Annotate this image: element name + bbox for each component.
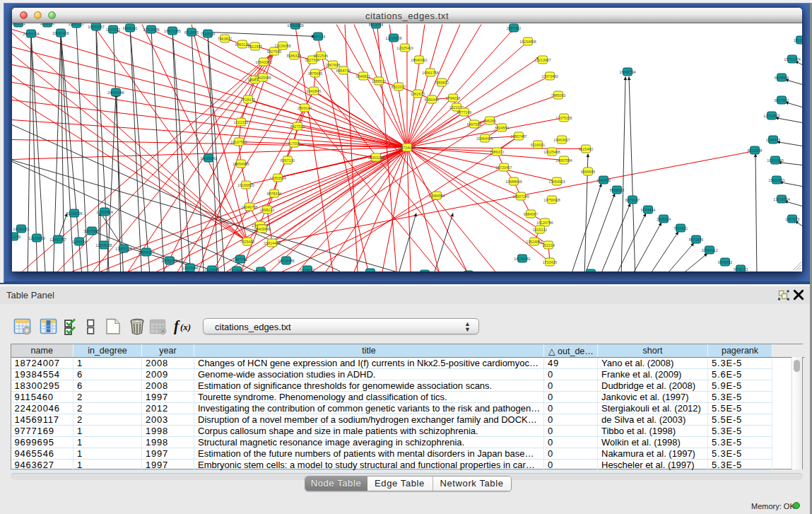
svg-text:16046766: 16046766 (241, 204, 258, 209)
svg-text:10807487: 10807487 (510, 134, 527, 138)
svg-text:1244415: 1244415 (766, 137, 781, 141)
svg-text:16210643: 16210643 (767, 158, 784, 162)
svg-text:1362615: 1362615 (411, 91, 425, 95)
svg-text:2935114: 2935114 (657, 216, 671, 221)
svg-text:2803144: 2803144 (298, 105, 312, 110)
svg-text:19384554: 19384554 (428, 193, 445, 197)
svg-text:12213967: 12213967 (534, 57, 551, 62)
svg-text:10958117: 10958117 (138, 250, 154, 254)
svg-text:9934120: 9934120 (584, 271, 599, 271)
svg-text:746266: 746266 (483, 118, 496, 122)
svg-text:8215958: 8215958 (748, 148, 763, 152)
svg-text:15409949: 15409949 (254, 226, 271, 230)
svg-text:12325419: 12325419 (396, 45, 413, 49)
svg-text:8427512: 8427512 (290, 124, 305, 128)
svg-text:12156859: 12156859 (28, 235, 45, 240)
svg-text:9457791: 9457791 (233, 257, 248, 261)
svg-text:1527602: 1527602 (106, 27, 121, 31)
svg-text:18640910: 18640910 (411, 57, 428, 62)
svg-text:9546821: 9546821 (356, 74, 371, 78)
svg-text:7463822: 7463822 (218, 36, 233, 40)
svg-text:20206526: 20206526 (66, 211, 83, 215)
svg-text:7485063: 7485063 (551, 93, 566, 97)
svg-text:18724007: 18724007 (399, 145, 416, 149)
svg-text:10719185: 10719185 (143, 27, 160, 31)
svg-text:1221333: 1221333 (234, 119, 249, 124)
svg-text:23420046: 23420046 (254, 75, 271, 79)
svg-text:32975887: 32975887 (83, 228, 100, 233)
svg-text:24055724: 24055724 (23, 31, 40, 35)
svg-text:2967608: 2967608 (326, 62, 341, 66)
svg-text:3875685: 3875685 (308, 71, 323, 75)
svg-text:10688639: 10688639 (505, 179, 522, 183)
svg-text:13654923: 13654923 (548, 179, 565, 183)
svg-text:3824554: 3824554 (495, 125, 510, 129)
svg-text:7955812: 7955812 (435, 80, 449, 84)
svg-text:1812345: 1812345 (794, 37, 802, 42)
svg-text:19166825: 19166825 (237, 182, 254, 187)
svg-text:3911239: 3911239 (12, 234, 20, 238)
svg-text:8123001: 8123001 (230, 268, 245, 271)
svg-text:9123446: 9123446 (205, 267, 220, 271)
svg-text:6713855: 6713855 (184, 30, 199, 34)
svg-text:9245013: 9245013 (734, 267, 748, 271)
svg-text:2718176: 2718176 (241, 97, 256, 101)
svg-text:f: f (174, 318, 180, 334)
svg-text:16914479: 16914479 (264, 240, 281, 245)
svg-text:6879197: 6879197 (625, 197, 640, 201)
svg-text:16543362: 16543362 (255, 59, 272, 64)
svg-text:9329966: 9329966 (775, 75, 789, 79)
svg-text:6794028: 6794028 (446, 95, 461, 100)
svg-text:16961758: 16961758 (422, 70, 439, 74)
svg-text:16053809: 16053809 (287, 23, 304, 28)
svg-text:14136141: 14136141 (514, 256, 531, 260)
svg-text:9322546: 9322546 (314, 53, 329, 57)
svg-text:15751074: 15751074 (784, 57, 801, 61)
svg-text:8471676: 8471676 (689, 237, 704, 241)
svg-text:8267130: 8267130 (281, 158, 295, 162)
svg-text:7632621: 7632621 (673, 226, 688, 230)
svg-text:17016504: 17016504 (773, 197, 790, 201)
svg-text:13524851: 13524851 (526, 239, 543, 243)
svg-text:15720407: 15720407 (495, 165, 512, 169)
svg-text:1498222: 1498222 (260, 207, 275, 211)
svg-text:9245652: 9245652 (718, 259, 733, 264)
svg-text:7625402: 7625402 (240, 239, 255, 243)
svg-text:7712345: 7712345 (254, 269, 269, 271)
svg-text:9777169: 9777169 (457, 110, 472, 114)
svg-text:17957225: 17957225 (115, 246, 132, 250)
svg-text:7386372: 7386372 (490, 149, 505, 153)
svg-text:16782759: 16782759 (161, 258, 178, 262)
svg-text:20364436: 20364436 (476, 136, 493, 140)
svg-text:(x): (x) (180, 322, 191, 332)
svg-text:7857274: 7857274 (311, 34, 326, 38)
svg-text:19756928: 19756928 (543, 197, 560, 201)
svg-text:1640930: 1640930 (596, 177, 611, 182)
svg-text:14957584: 14957584 (555, 158, 572, 162)
svg-text:8912955: 8912955 (248, 44, 263, 48)
svg-text:26053346: 26053346 (107, 90, 124, 94)
svg-text:9699695: 9699695 (581, 169, 596, 173)
svg-text:10973493: 10973493 (541, 74, 558, 78)
svg-text:252214: 252214 (542, 243, 555, 247)
svg-text:12218906: 12218906 (385, 35, 402, 40)
svg-text:16107553: 16107553 (230, 139, 247, 144)
svg-text:9242845: 9242845 (307, 88, 322, 93)
svg-text:8990448: 8990448 (425, 97, 440, 101)
svg-text:1145194: 1145194 (72, 239, 86, 243)
svg-text:20691406: 20691406 (52, 30, 69, 35)
svg-text:10653267: 10653267 (88, 24, 105, 28)
svg-text:19463627: 19463627 (553, 137, 570, 141)
svg-text:12923446: 12923446 (182, 265, 199, 269)
svg-text:8186323: 8186323 (287, 53, 302, 57)
svg-text:16671385: 16671385 (164, 28, 181, 33)
svg-text:12505135: 12505135 (95, 243, 112, 247)
svg-text:1588520: 1588520 (372, 78, 387, 83)
svg-text:6466160: 6466160 (123, 25, 138, 30)
svg-text:2687682: 2687682 (507, 25, 522, 30)
svg-text:9474444: 9474444 (641, 207, 656, 211)
svg-text:8938918: 8938918 (610, 187, 625, 192)
svg-text:8813054: 8813054 (369, 23, 384, 27)
svg-text:23226058: 23226058 (274, 43, 291, 47)
svg-text:12093822: 12093822 (763, 113, 780, 117)
